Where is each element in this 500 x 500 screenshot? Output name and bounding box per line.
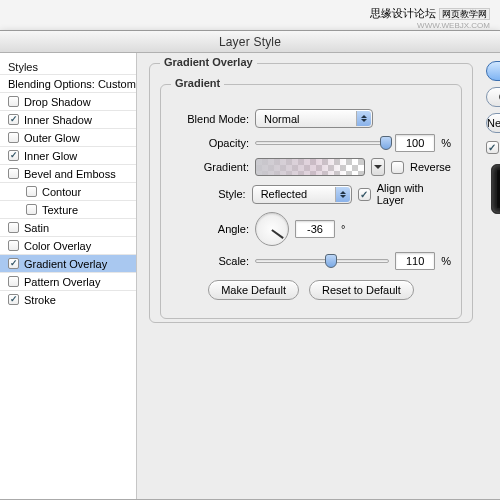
chevron-updown-icon <box>335 187 350 202</box>
checkbox[interactable] <box>8 132 19 143</box>
opacity-slider[interactable] <box>255 141 389 145</box>
angle-field[interactable]: -36 <box>295 220 335 238</box>
scale-label: Scale: <box>171 255 249 267</box>
sidebar-item-color-overlay[interactable]: Color Overlay <box>0 236 136 254</box>
sidebar-item-label: Inner Glow <box>24 150 77 162</box>
cancel-button[interactable]: Cancel <box>486 87 500 107</box>
reverse-label: Reverse <box>410 161 451 173</box>
layer-style-dialog: Layer Style Styles Blending Options: Cus… <box>0 30 500 500</box>
sidebar-item-label: Outer Glow <box>24 132 80 144</box>
checkbox[interactable] <box>8 258 19 269</box>
sidebar-item-bevel-and-emboss[interactable]: Bevel and Emboss <box>0 164 136 182</box>
sidebar-item-label: Gradient Overlay <box>24 258 107 270</box>
settings-panel: Gradient Overlay Gradient Blend Mode: No… <box>137 53 481 499</box>
make-default-button[interactable]: Make Default <box>208 280 299 300</box>
sidebar-item-label: Drop Shadow <box>24 96 91 108</box>
blending-options-row[interactable]: Blending Options: Custom <box>0 74 136 92</box>
checkbox[interactable] <box>8 240 19 251</box>
scale-field[interactable]: 110 <box>395 252 435 270</box>
dialog-buttons: OK Cancel New Style... Preview <box>481 53 500 499</box>
chevron-updown-icon <box>356 111 371 126</box>
opacity-field[interactable]: 100 <box>395 134 435 152</box>
checkbox[interactable] <box>26 186 37 197</box>
gradient-picker-arrow[interactable] <box>371 158 385 176</box>
sidebar-item-satin[interactable]: Satin <box>0 218 136 236</box>
sidebar-item-label: Satin <box>24 222 49 234</box>
window-title: Layer Style <box>0 31 500 53</box>
sidebar-item-label: Stroke <box>24 294 56 306</box>
styles-header[interactable]: Styles <box>0 59 136 74</box>
group-title-outer: Gradient Overlay <box>160 56 257 68</box>
blend-mode-label: Blend Mode: <box>171 113 249 125</box>
opacity-label: Opacity: <box>171 137 249 149</box>
sidebar-item-gradient-overlay[interactable]: Gradient Overlay <box>0 254 136 272</box>
sidebar-item-outer-glow[interactable]: Outer Glow <box>0 128 136 146</box>
sidebar-item-label: Contour <box>42 186 81 198</box>
sidebar-item-label: Inner Shadow <box>24 114 92 126</box>
angle-dial[interactable] <box>255 212 289 246</box>
group-title-inner: Gradient <box>171 77 224 89</box>
sidebar-item-label: Pattern Overlay <box>24 276 100 288</box>
preview-checkbox[interactable] <box>486 141 499 154</box>
checkbox[interactable] <box>8 276 19 287</box>
checkbox[interactable] <box>8 150 19 161</box>
sidebar-item-inner-glow[interactable]: Inner Glow <box>0 146 136 164</box>
gradient-swatch[interactable] <box>255 158 365 176</box>
preview-thumbnail <box>491 164 500 214</box>
sidebar-item-inner-shadow[interactable]: Inner Shadow <box>0 110 136 128</box>
checkbox[interactable] <box>8 222 19 233</box>
styles-sidebar: Styles Blending Options: Custom Drop Sha… <box>0 53 137 499</box>
angle-label: Angle: <box>171 223 249 235</box>
reverse-checkbox[interactable] <box>391 161 404 174</box>
sidebar-item-label: Bevel and Emboss <box>24 168 116 180</box>
reset-default-button[interactable]: Reset to Default <box>309 280 414 300</box>
checkbox[interactable] <box>26 204 37 215</box>
sidebar-item-stroke[interactable]: Stroke <box>0 290 136 308</box>
blend-mode-select[interactable]: Normal <box>255 109 373 128</box>
sidebar-item-texture[interactable]: Texture <box>0 200 136 218</box>
gradient-label: Gradient: <box>171 161 249 173</box>
new-style-button[interactable]: New Style... <box>486 113 500 133</box>
watermark: 思缘设计论坛 网页教学网 WWW.WEBJX.COM <box>370 6 490 30</box>
checkbox[interactable] <box>8 96 19 107</box>
gradient-group: Gradient Blend Mode: Normal Opacity: 100… <box>160 84 462 319</box>
ok-button[interactable]: OK <box>486 61 500 81</box>
align-checkbox[interactable] <box>358 188 371 201</box>
sidebar-item-label: Texture <box>42 204 78 216</box>
sidebar-item-drop-shadow[interactable]: Drop Shadow <box>0 92 136 110</box>
checkbox[interactable] <box>8 168 19 179</box>
sidebar-item-pattern-overlay[interactable]: Pattern Overlay <box>0 272 136 290</box>
sidebar-item-contour[interactable]: Contour <box>0 182 136 200</box>
gradient-overlay-group: Gradient Overlay Gradient Blend Mode: No… <box>149 63 473 323</box>
checkbox[interactable] <box>8 114 19 125</box>
style-select[interactable]: Reflected <box>252 185 352 204</box>
align-label: Align with Layer <box>377 182 451 206</box>
checkbox[interactable] <box>8 294 19 305</box>
scale-slider[interactable] <box>255 259 389 263</box>
sidebar-item-label: Color Overlay <box>24 240 91 252</box>
style-label: Style: <box>171 188 246 200</box>
